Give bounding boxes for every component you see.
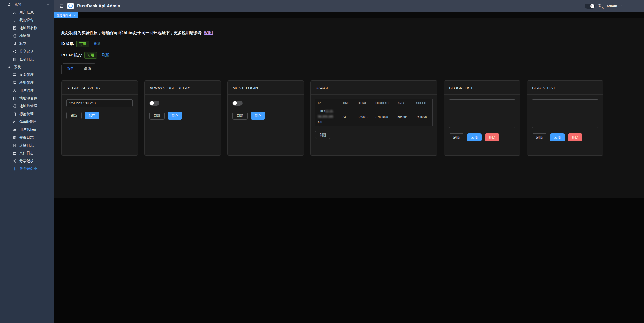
sidebar-item-label: 标签 bbox=[19, 41, 26, 46]
usage-table: IP TIME TOTAL HIGHEST AVG SPEED bbox=[315, 99, 433, 126]
sidebar-item[interactable]: 服务端命令 bbox=[0, 165, 54, 173]
card-relay-servers: RELAY_SERVERS 刷新 保存 bbox=[61, 80, 138, 156]
tab-advanced[interactable]: 高级 bbox=[79, 63, 96, 74]
tab-server-command[interactable]: 服务端命令 × bbox=[54, 12, 78, 18]
table-row: ::ffff:112.15. 58.203.165 64: 23s 1.40MB… bbox=[315, 107, 433, 126]
relay-servers-input[interactable] bbox=[66, 99, 133, 107]
sidebar-group-label: 我的 bbox=[14, 2, 21, 7]
bookmark-icon bbox=[13, 112, 17, 116]
page-content: 此处功能为实验性质，请确保api和hbbs处于同一回环地址下，更多说明请参考WI… bbox=[54, 18, 644, 198]
tab-simple[interactable]: 简单 bbox=[61, 63, 79, 74]
sidebar: 我的用户信息我的设备地址簿名称地址簿标签分享记录登录日志系统设备管理群组管理用户… bbox=[0, 0, 54, 323]
sidebar-item-label: 连接日志 bbox=[19, 143, 34, 148]
collapse-sidebar-icon[interactable] bbox=[59, 4, 64, 9]
delete-button[interactable]: 删除 bbox=[485, 133, 499, 141]
refresh-button[interactable]: 刷新 bbox=[449, 133, 464, 141]
sidebar-item[interactable]: 登录日志 bbox=[0, 55, 54, 63]
sidebar-item-label: 地址簿名称 bbox=[19, 26, 37, 30]
sidebar-item-label: 用户信息 bbox=[19, 10, 34, 15]
sidebar-item-label: 群组管理 bbox=[19, 80, 34, 85]
sidebar-item[interactable]: 设备管理 bbox=[0, 71, 54, 79]
link-icon bbox=[13, 120, 17, 124]
sidebar-group-1[interactable]: 系统 bbox=[0, 63, 54, 71]
card-title: USAGE bbox=[311, 81, 437, 95]
id-refresh-link[interactable]: 刷新 bbox=[94, 42, 101, 46]
sidebar-item-label: 服务端命令 bbox=[19, 167, 37, 171]
sidebar-item[interactable]: 地址簿名称 bbox=[0, 94, 54, 102]
refresh-button[interactable]: 刷新 bbox=[315, 131, 330, 139]
sidebar-item[interactable]: 地址簿管理 bbox=[0, 102, 54, 110]
refresh-button[interactable]: 刷新 bbox=[66, 112, 82, 119]
chevron-down-icon bbox=[619, 4, 622, 8]
sidebar-item-label: 地址簿管理 bbox=[19, 104, 37, 109]
gear-icon bbox=[7, 65, 11, 69]
must-login-toggle[interactable] bbox=[232, 101, 243, 106]
sidebar-item[interactable]: 用户管理 bbox=[0, 87, 54, 94]
usage-speed: 764kb/s bbox=[414, 107, 432, 126]
sidebar-item[interactable]: 文件日志 bbox=[0, 149, 54, 157]
add-button[interactable]: 添加 bbox=[550, 133, 565, 141]
sidebar-item[interactable]: 标签 bbox=[0, 40, 54, 47]
card-must-login: MUST_LOGIN 刷新 保存 bbox=[227, 80, 304, 156]
rustdesk-admin-app: 我的用户信息我的设备地址簿名称地址簿标签分享记录登录日志系统设备管理群组管理用户… bbox=[0, 0, 644, 323]
language-icon[interactable]: 文A bbox=[598, 4, 604, 9]
sidebar-item-label: Oauth管理 bbox=[19, 120, 36, 124]
save-button[interactable]: 保存 bbox=[85, 112, 99, 119]
book-icon bbox=[13, 26, 17, 30]
sidebar-item[interactable]: 地址簿 bbox=[0, 32, 54, 40]
sidebar-group-0[interactable]: 我的 bbox=[0, 1, 54, 8]
user-icon bbox=[13, 89, 17, 93]
black-list-textarea[interactable] bbox=[532, 99, 598, 128]
sidebar-item[interactable]: 我的设备 bbox=[0, 16, 54, 24]
sidebar-item[interactable]: 分享记录 bbox=[0, 47, 54, 55]
sidebar-item[interactable]: 连接日志 bbox=[0, 141, 54, 149]
card-title: ALWAYS_USE_RELAY bbox=[145, 81, 221, 95]
rustdesk-logo bbox=[67, 3, 74, 9]
card-title: RELAY_SERVERS bbox=[62, 81, 138, 95]
col-speed: SPEED bbox=[414, 99, 432, 107]
close-icon[interactable]: × bbox=[74, 14, 76, 17]
sidebar-item-label: 地址簿名称 bbox=[19, 96, 37, 101]
sidebar-item-label: 登录日志 bbox=[19, 135, 34, 140]
block-list-textarea[interactable] bbox=[449, 99, 515, 128]
sidebar-item[interactable]: Oauth管理 bbox=[0, 118, 54, 126]
sidebar-item[interactable]: 标签管理 bbox=[0, 110, 54, 118]
chevron-up-icon bbox=[46, 65, 50, 69]
save-button[interactable]: 保存 bbox=[168, 112, 182, 120]
sidebar-item-label: 地址簿 bbox=[19, 34, 30, 38]
mode-tabs: 简单 高级 bbox=[61, 63, 636, 74]
refresh-button[interactable]: 刷新 bbox=[532, 133, 547, 141]
refresh-button[interactable]: 刷新 bbox=[149, 112, 165, 120]
user-menu[interactable]: admin bbox=[607, 4, 622, 8]
clipboard-icon bbox=[13, 57, 17, 61]
sidebar-item[interactable]: 用户Token bbox=[0, 126, 54, 133]
book-icon bbox=[13, 96, 17, 100]
app-title: RustDesk Api Admin bbox=[77, 4, 120, 9]
user-fill-icon bbox=[7, 3, 11, 7]
clipboard-icon bbox=[13, 136, 17, 140]
dark-mode-toggle[interactable]: ☾ bbox=[585, 4, 595, 9]
sidebar-item[interactable]: 登录日志 bbox=[0, 133, 54, 141]
notebook-icon bbox=[13, 34, 17, 38]
censored-text: 58.203.165 bbox=[318, 115, 333, 118]
sidebar-item-label: 用户管理 bbox=[19, 88, 34, 93]
always-use-relay-toggle[interactable] bbox=[149, 101, 159, 106]
delete-button[interactable]: 删除 bbox=[568, 133, 582, 141]
ticket-icon bbox=[13, 128, 17, 132]
username: admin bbox=[607, 4, 617, 8]
refresh-button[interactable]: 刷新 bbox=[232, 112, 248, 120]
sidebar-item[interactable]: 群组管理 bbox=[0, 79, 54, 87]
relay-refresh-link[interactable]: 刷新 bbox=[102, 53, 109, 58]
sidebar-item[interactable]: 地址簿名称 bbox=[0, 24, 54, 32]
sidebar-item[interactable]: 用户信息 bbox=[0, 8, 54, 16]
gear-icon bbox=[13, 167, 17, 171]
censored-text: 12.15. bbox=[325, 110, 333, 113]
wiki-link[interactable]: WIKI bbox=[204, 31, 213, 35]
save-button[interactable]: 保存 bbox=[251, 112, 265, 120]
relay-status-row: RELAY 状态: 可用 刷新 bbox=[61, 52, 636, 58]
add-button[interactable]: 添加 bbox=[467, 133, 482, 141]
share-icon bbox=[13, 159, 17, 163]
doc-icon bbox=[13, 143, 17, 147]
sidebar-item[interactable]: 分享记录 bbox=[0, 157, 54, 165]
sidebar-nav: 我的用户信息我的设备地址簿名称地址簿标签分享记录登录日志系统设备管理群组管理用户… bbox=[0, 0, 54, 173]
